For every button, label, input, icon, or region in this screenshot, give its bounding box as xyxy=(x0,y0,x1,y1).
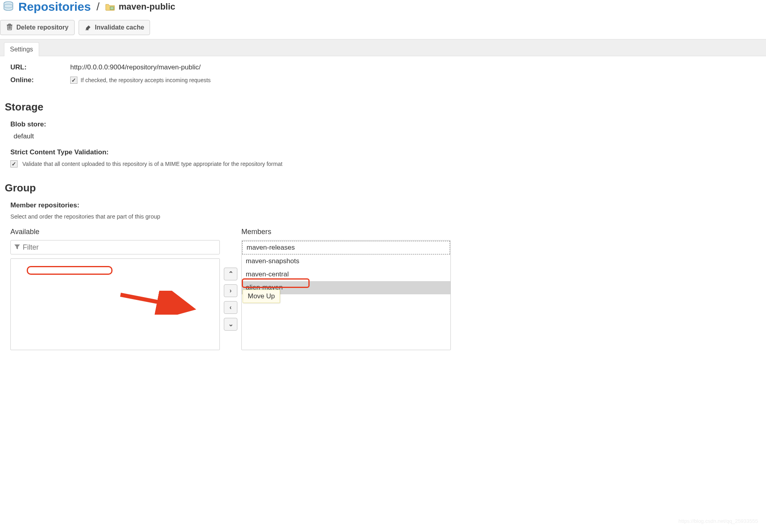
annotation-empty-highlight xyxy=(27,266,113,275)
strict-validation-hint: Validate that all content uploaded to th… xyxy=(22,161,282,167)
eraser-icon xyxy=(85,23,92,32)
svg-rect-2 xyxy=(110,7,114,10)
chevron-right-icon: › xyxy=(229,287,231,294)
filter-input[interactable] xyxy=(23,243,216,252)
move-up-tooltip: Move Up xyxy=(243,290,280,303)
annotation-arrow xyxy=(118,291,198,315)
member-repositories-label: Member repositories: xyxy=(10,201,758,209)
url-value: http://0.0.0.0:9004/repository/maven-pub… xyxy=(70,63,201,71)
storage-heading: Storage xyxy=(5,101,758,113)
svg-line-3 xyxy=(120,295,192,309)
online-label: Online: xyxy=(10,76,70,84)
url-label: URL: xyxy=(10,63,70,71)
trash-icon xyxy=(6,23,13,32)
group-heading: Group xyxy=(5,182,758,194)
blob-store-label: Blob store: xyxy=(10,120,758,128)
invalidate-cache-label: Invalidate cache xyxy=(95,24,144,31)
chevron-left-icon: ‹ xyxy=(229,304,231,311)
delete-repository-label: Delete repository xyxy=(16,24,69,31)
tab-settings[interactable]: Settings xyxy=(4,42,39,56)
breadcrumb-current: maven-public xyxy=(119,2,176,12)
database-icon xyxy=(2,1,14,13)
online-hint: If checked, the repository accepts incom… xyxy=(81,77,211,83)
chevron-up-icon: ⌃ xyxy=(228,270,233,278)
funnel-icon xyxy=(14,244,20,251)
add-to-members-button[interactable]: › xyxy=(224,284,237,297)
members-title: Members xyxy=(241,228,451,236)
remove-from-members-button[interactable]: ‹ xyxy=(224,301,237,314)
available-list[interactable] xyxy=(10,258,220,350)
available-title: Available xyxy=(10,228,220,236)
breadcrumb-separator: / xyxy=(97,0,100,13)
chevron-down-icon: ⌄ xyxy=(228,320,233,328)
strict-validation-label: Strict Content Type Validation: xyxy=(10,148,758,156)
member-item-maven-releases[interactable]: maven-releases xyxy=(242,241,450,254)
filter-input-wrapper[interactable] xyxy=(10,240,220,254)
online-checkbox[interactable] xyxy=(70,77,77,84)
member-repositories-desc: Select and order the repositories that a… xyxy=(10,213,758,220)
folder-group-icon xyxy=(105,3,115,11)
invalidate-cache-button[interactable]: Invalidate cache xyxy=(79,20,150,35)
members-list[interactable]: maven-releases maven-snapshots maven-cen… xyxy=(241,240,451,350)
breadcrumb-root-link[interactable]: Repositories xyxy=(18,0,91,14)
move-down-button[interactable]: ⌄ xyxy=(224,318,237,331)
blob-store-value: default xyxy=(10,132,758,140)
strict-validation-checkbox[interactable] xyxy=(10,160,18,167)
move-up-button[interactable]: ⌃ xyxy=(224,268,237,280)
member-item-maven-snapshots[interactable]: maven-snapshots xyxy=(242,255,450,268)
annotation-alien-highlight xyxy=(242,278,310,288)
delete-repository-button[interactable]: Delete repository xyxy=(0,20,75,35)
